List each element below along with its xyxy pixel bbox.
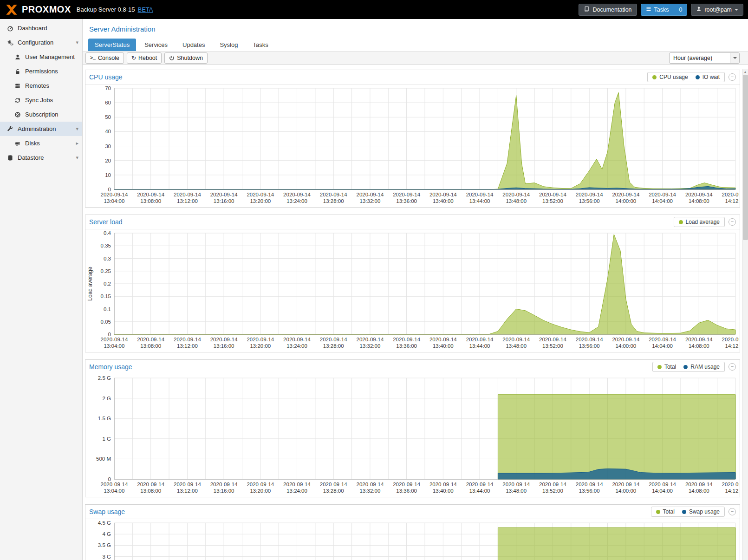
sidebar-item-administration[interactable]: Administration▾ <box>0 122 82 136</box>
collapse-panel-icon[interactable]: − <box>728 73 736 81</box>
svg-text:2020-09-14: 2020-09-14 <box>576 337 603 342</box>
legend-item[interactable]: Swap usage <box>682 508 720 515</box>
series-color-dot <box>682 510 686 514</box>
svg-text:13:36:00: 13:36:00 <box>396 198 417 204</box>
svg-text:2020-09-14: 2020-09-14 <box>210 482 238 487</box>
sidebar-item-label: Disks <box>25 140 40 147</box>
brand: PROXMOX Backup Server 0.8-15 BETA <box>5 4 153 16</box>
svg-text:14:12:00: 14:12:00 <box>725 198 739 204</box>
tasks-button[interactable]: Tasks 0 <box>641 4 688 16</box>
svg-text:13:56:00: 13:56:00 <box>579 343 600 349</box>
sidebar-item-disks[interactable]: Disks▸ <box>0 136 82 150</box>
timeframe-select[interactable]: Hour (average) <box>669 52 740 64</box>
collapse-panel-icon[interactable]: − <box>728 508 736 515</box>
svg-text:14:08:00: 14:08:00 <box>689 488 709 494</box>
tab-syslog[interactable]: Syslog <box>213 39 244 51</box>
svg-text:13:04:00: 13:04:00 <box>104 198 125 204</box>
documentation-button[interactable]: Documentation <box>579 4 637 16</box>
collapse-panel-icon[interactable]: − <box>728 363 736 371</box>
svg-text:Load average: Load average <box>87 267 93 301</box>
svg-text:2020-09-14: 2020-09-14 <box>576 192 603 197</box>
svg-text:2020-09-14: 2020-09-14 <box>283 337 311 342</box>
svg-text:2020-09-14: 2020-09-14 <box>320 192 347 197</box>
svg-text:40: 40 <box>105 129 111 134</box>
user-menu-button[interactable]: root@pam <box>691 4 743 16</box>
svg-text:2020-09-14: 2020-09-14 <box>283 192 311 197</box>
legend-item[interactable]: IO wait <box>696 74 720 80</box>
charts-container: CPU usage CPU usageIO wait − 01020304050… <box>83 65 748 560</box>
svg-text:4.5 G: 4.5 G <box>98 520 111 526</box>
svg-text:30: 30 <box>105 143 111 149</box>
book-icon <box>584 6 590 13</box>
svg-text:13:44:00: 13:44:00 <box>469 488 490 494</box>
sidebar-item-remotes[interactable]: Remotes <box>0 78 82 93</box>
svg-text:2020-09-14: 2020-09-14 <box>649 337 676 342</box>
chevron-down-icon: ▾ <box>76 126 78 132</box>
sidebar-item-label: Dashboard <box>18 25 47 32</box>
svg-text:13:08:00: 13:08:00 <box>140 343 161 349</box>
shutdown-label: Shutdown <box>177 55 203 61</box>
sidebar-item-user-management[interactable]: User Management <box>0 50 82 64</box>
series-color-dot <box>657 365 662 369</box>
shutdown-button[interactable]: Shutdown <box>164 52 208 64</box>
tab-services[interactable]: Services <box>138 39 174 51</box>
legend-item[interactable]: Load average <box>679 219 720 225</box>
sidebar-item-label: Permissions <box>25 68 58 75</box>
database-icon <box>6 155 15 161</box>
series-color-dot <box>696 75 700 79</box>
series-color-dot <box>652 75 657 79</box>
collapse-panel-icon[interactable]: − <box>728 218 736 226</box>
legend-item[interactable]: CPU usage <box>652 74 688 80</box>
tab-updates[interactable]: Updates <box>176 39 211 51</box>
tab-serverstatus[interactable]: ServerStatus <box>88 39 136 51</box>
svg-text:13:44:00: 13:44:00 <box>469 343 490 349</box>
sidebar-item-dashboard[interactable]: Dashboard <box>0 21 82 35</box>
svg-text:13:24:00: 13:24:00 <box>286 198 307 204</box>
legend-item[interactable]: Total <box>656 508 675 515</box>
svg-text:14:04:00: 14:04:00 <box>652 343 673 349</box>
svg-text:13:20:00: 13:20:00 <box>250 198 271 204</box>
svg-text:13:12:00: 13:12:00 <box>177 198 198 204</box>
sidebar-item-permissions[interactable]: Permissions <box>0 64 82 78</box>
svg-text:13:16:00: 13:16:00 <box>214 488 234 494</box>
scroll-up-icon[interactable]: ▲ <box>742 69 748 75</box>
svg-text:14:08:00: 14:08:00 <box>689 343 709 349</box>
sidebar-item-datastore[interactable]: Datastore▾ <box>0 150 82 165</box>
brand-name: PROXMOX <box>22 4 71 15</box>
svg-text:2020-09-14: 2020-09-14 <box>539 482 566 487</box>
beta-link[interactable]: BETA <box>137 6 153 13</box>
tab-tasks[interactable]: Tasks <box>246 39 274 51</box>
cpu-usage-chart: 0102030405060702020-09-1413:04:002020-09… <box>85 85 739 207</box>
sidebar-item-sync-jobs[interactable]: Sync Jobs <box>0 93 82 107</box>
svg-text:2020-09-14: 2020-09-14 <box>722 482 739 487</box>
svg-text:13:28:00: 13:28:00 <box>323 488 344 494</box>
svg-text:0.15: 0.15 <box>101 293 111 299</box>
page-title: Server Administration <box>89 25 748 33</box>
tasks-count-badge: 0 <box>679 7 683 13</box>
svg-text:13:40:00: 13:40:00 <box>433 343 454 349</box>
panel-title: Swap usage <box>89 508 125 515</box>
legend-item[interactable]: Total <box>657 364 676 370</box>
chevron-down-icon[interactable] <box>730 53 739 63</box>
svg-text:2020-09-14: 2020-09-14 <box>393 192 420 197</box>
swap-usage-chart: 0500 M1 G1.5 G2 G2.5 G3 G3.5 G4 G4.5 G20… <box>85 519 739 560</box>
chart-legend: TotalSwap usage <box>651 507 725 517</box>
task-list-icon <box>646 6 651 13</box>
chevron-down-icon <box>735 9 738 13</box>
sidebar-item-subscription[interactable]: Subscription <box>0 107 82 122</box>
reboot-button[interactable]: ↻ Reboot <box>127 52 162 64</box>
chevron-right-icon: ▸ <box>76 140 78 146</box>
sidebar-item-configuration[interactable]: Configuration▾ <box>0 35 82 50</box>
scrollbar-thumb[interactable] <box>743 75 748 240</box>
vertical-scrollbar[interactable]: ▲ <box>742 69 748 560</box>
svg-text:2020-09-14: 2020-09-14 <box>539 192 566 197</box>
svg-text:2020-09-14: 2020-09-14 <box>429 192 457 197</box>
svg-text:2020-09-14: 2020-09-14 <box>101 482 128 487</box>
svg-text:13:52:00: 13:52:00 <box>542 343 563 349</box>
legend-item[interactable]: RAM usage <box>683 364 720 370</box>
svg-text:1.5 G: 1.5 G <box>98 416 111 421</box>
console-button[interactable]: >_ Console <box>85 52 124 64</box>
chevron-down-icon: ▾ <box>76 155 78 161</box>
svg-text:14:00:00: 14:00:00 <box>615 488 636 494</box>
svg-text:13:08:00: 13:08:00 <box>140 488 161 494</box>
